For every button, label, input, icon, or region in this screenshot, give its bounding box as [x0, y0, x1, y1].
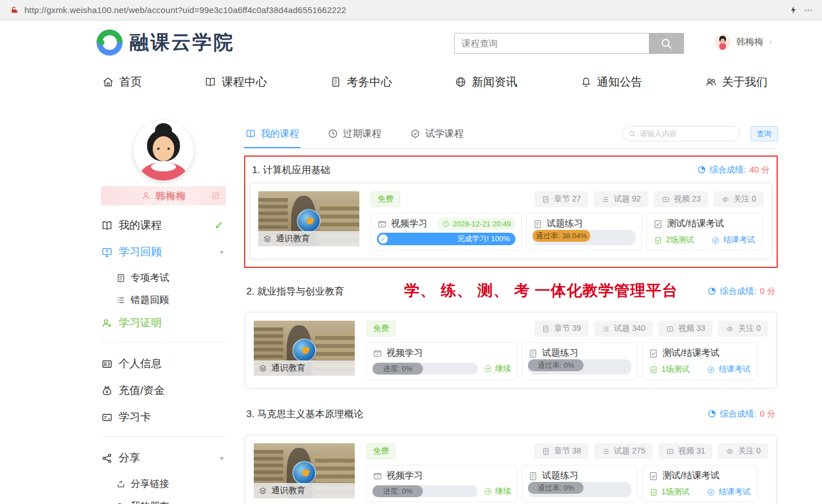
- tests-link[interactable]: 1场测试: [649, 487, 690, 497]
- course-thumbnail[interactable]: 通识教育: [254, 443, 355, 498]
- tab-expired-courses[interactable]: 过期课程: [326, 124, 383, 148]
- stat-questions: 试题 92: [594, 191, 648, 207]
- nav-notices[interactable]: 通知公告: [580, 74, 643, 90]
- sidebar-user-name: 韩梅梅: [156, 190, 186, 203]
- course-section-1: 1. 计算机应用基础 综合成绩: 40 分 通识教育: [250, 157, 772, 259]
- doc-icon: [528, 348, 538, 359]
- course-card: 通识教育 免费 章节 27 试题 92 视频 23 关注 0: [250, 183, 772, 259]
- nav-exam-center[interactable]: 考务中心: [330, 74, 392, 90]
- sidebar-item-study-card[interactable]: 学习卡: [101, 410, 226, 425]
- logo-text: 融课云学院: [129, 30, 234, 56]
- final-exam-label: 结课考试: [719, 487, 750, 497]
- sidebar-study-review-label: 学习回顾: [119, 245, 162, 259]
- sidebar-item-share-link[interactable]: 分享链接: [116, 477, 226, 490]
- test-exam-label: 测试/结课考试: [667, 218, 724, 230]
- eye-icon: [725, 447, 734, 456]
- course-search-button[interactable]: [649, 33, 684, 54]
- final-exam-link[interactable]: 结课考试: [711, 235, 755, 245]
- annotation-highlight-box: 1. 计算机应用基础 综合成绩: 40 分 通识教育: [244, 156, 778, 268]
- final-exam-link[interactable]: 结课考试: [707, 364, 750, 375]
- query-button[interactable]: 查询: [750, 126, 778, 141]
- course-score: 综合成绩: 0 分: [707, 409, 775, 419]
- browser-menu-icon[interactable]: ⋯: [804, 5, 813, 15]
- continue-link[interactable]: 继续: [484, 486, 511, 497]
- video-progress-text: 完成学习! 100%: [458, 234, 510, 244]
- course-title[interactable]: 2. 就业指导与创业教育: [246, 285, 344, 298]
- stat-follows-value: 关注 0: [738, 446, 761, 456]
- sidebar-item-share[interactable]: 分享 ▾: [101, 451, 226, 465]
- sidebar-item-recharge-funds[interactable]: 充值/资金: [101, 383, 226, 398]
- tab-my-courses[interactable]: 我的课程: [244, 124, 300, 148]
- sidebar-item-my-courses[interactable]: 我的课程 ✓: [101, 218, 226, 233]
- film-icon: [377, 219, 387, 229]
- list-icon: [116, 295, 126, 305]
- sidebar-item-wrong-questions[interactable]: 错题回顾: [116, 293, 226, 306]
- stat-follows: 关注 0: [718, 321, 768, 337]
- doc-icon: [532, 219, 543, 229]
- content-search: [622, 126, 740, 141]
- nav-course-center[interactable]: 课程中心: [204, 74, 267, 90]
- final-exam-link[interactable]: 结课考试: [707, 487, 750, 497]
- sidebar-my-courses-label: 我的课程: [119, 218, 162, 233]
- course-search-input[interactable]: [454, 33, 649, 54]
- pass-rate-bar: 通过率: 0%: [528, 359, 631, 375]
- video-study-label: 视频学习: [391, 218, 427, 230]
- logo-icon: [97, 30, 123, 56]
- course-title[interactable]: 3. 马克思主义基本原理概论: [246, 408, 363, 421]
- tab-trial-courses[interactable]: 试学课程: [409, 124, 465, 148]
- sidebar-study-card-label: 学习卡: [119, 410, 151, 425]
- sidebar-share-label: 分享: [119, 451, 140, 465]
- user-name-banner: 韩梅梅: [101, 186, 226, 205]
- pie-chart-icon: [697, 165, 706, 174]
- sidebar-item-personal-info[interactable]: 个人信息: [101, 356, 226, 371]
- course-thumbnail[interactable]: 通识教育: [254, 321, 355, 376]
- tests-link[interactable]: 1场测试: [649, 364, 690, 375]
- stack-icon: [258, 486, 267, 495]
- course-thumbnail[interactable]: 通识教育: [258, 191, 359, 246]
- main-content: 我的课程 过期课程 试学课程 查询 1. 计算机应用基础 综合成绩:: [244, 124, 778, 504]
- compass-icon: [707, 488, 715, 497]
- stat-chapters-value: 章节 39: [554, 324, 581, 334]
- stat-questions-value: 试题 275: [614, 446, 645, 456]
- content-search-input[interactable]: [640, 129, 740, 138]
- chevron-down-icon: ▾: [220, 247, 224, 257]
- video-study-label: 视频学习: [387, 347, 423, 359]
- site-logo[interactable]: 融课云学院: [97, 30, 234, 56]
- doc-check-icon: [654, 236, 662, 245]
- check-icon: ✓: [214, 219, 224, 232]
- course-title[interactable]: 1. 计算机应用基础: [252, 163, 330, 177]
- question-practice-box: 试题练习 通过率: 0%: [522, 342, 638, 380]
- flash-icon[interactable]: [789, 5, 798, 15]
- eye-icon: [725, 325, 734, 333]
- continue-link[interactable]: 继续: [484, 364, 511, 374]
- user-avatar-small: [715, 34, 731, 50]
- sidebar-study-certificate-label: 学习证明: [119, 316, 162, 330]
- doc-icon: [542, 447, 550, 456]
- money-bag-icon: [101, 385, 113, 397]
- nav-news[interactable]: 新闻资讯: [455, 74, 517, 90]
- stat-follows-value: 关注 0: [733, 194, 756, 204]
- doc-check-icon: [653, 219, 663, 229]
- continue-label: 继续: [495, 486, 511, 497]
- test-exam-box: 测试/结课考试 1场测试 结课考试: [642, 342, 758, 380]
- arrow-circle-icon: [484, 487, 492, 495]
- insecure-lock-icon[interactable]: [9, 5, 19, 15]
- edit-profile-icon[interactable]: [211, 191, 220, 200]
- header-user-menu[interactable]: 韩梅梅 ›: [715, 34, 772, 50]
- film-icon: [372, 471, 383, 481]
- sidebar-share-link-label: 分享链接: [131, 477, 169, 490]
- tests-link[interactable]: 2场测试: [654, 235, 694, 245]
- sidebar-item-study-certificate[interactable]: 学习证明: [101, 316, 226, 330]
- sidebar-item-my-friends[interactable]: 我的朋友: [116, 499, 226, 504]
- sidebar-item-study-review[interactable]: 学习回顾 ▾: [101, 245, 226, 259]
- stat-videos-value: 视频 31: [678, 446, 705, 456]
- sidebar-item-special-exam[interactable]: 专项考试: [116, 271, 226, 284]
- doc-icon: [116, 273, 126, 283]
- person-icon: [141, 191, 151, 201]
- nav-about[interactable]: 关于我们: [705, 74, 768, 90]
- url-text[interactable]: http://gxmk.weisha100.net/web/account?ui…: [24, 5, 783, 15]
- score-label: 综合成绩:: [720, 409, 756, 419]
- book-icon: [245, 128, 256, 139]
- stat-chapters-value: 章节 27: [554, 194, 581, 204]
- nav-home[interactable]: 首页: [102, 74, 142, 90]
